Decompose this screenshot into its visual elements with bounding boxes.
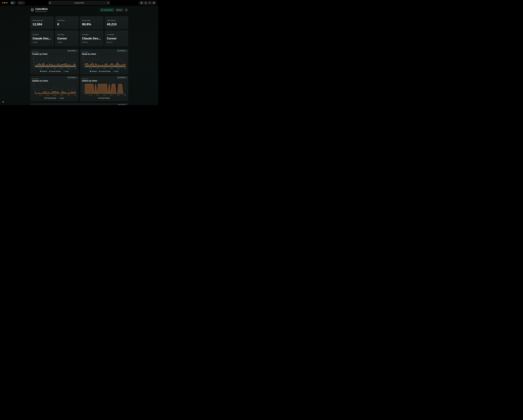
connect-mcp-button[interactable]: Connect MCP bbox=[100, 8, 114, 12]
page-viewport: CyberMem Memory MCP Server Connect MCP bbox=[0, 6, 158, 105]
chart-legend: Claude DesktopCursor bbox=[32, 97, 77, 99]
x-tick-label: 07:52 bbox=[39, 68, 42, 69]
chart-card-reads-by-client: 24 Hours Time Series Reads by Client 035… bbox=[80, 49, 128, 74]
brain-network-logo-icon bbox=[30, 8, 34, 12]
downloads-icon[interactable] bbox=[141, 2, 142, 4]
stat-card-total-clients: Total Clients 8 bbox=[55, 16, 79, 29]
legend-dot-icon bbox=[113, 71, 114, 72]
stat-value: Claude Des... bbox=[33, 37, 52, 40]
toolbar-right-actions bbox=[139, 1, 157, 5]
nav-divider bbox=[21, 2, 21, 4]
legend-dot-icon bbox=[58, 97, 59, 99]
brand: CyberMem Memory MCP Server bbox=[30, 8, 48, 12]
minimize-window-button[interactable] bbox=[4, 2, 5, 3]
legend-item: Claude Desktop bbox=[98, 97, 110, 99]
legend-dot-icon bbox=[63, 71, 64, 72]
stat-card-total-requests: Total Requests 45,210 bbox=[105, 16, 128, 29]
calendar-icon bbox=[118, 50, 119, 51]
legend-item: Cursor bbox=[113, 71, 118, 72]
y-tick-label: 12 bbox=[33, 86, 34, 87]
time-range-dropdown[interactable]: 24 Hours bbox=[116, 49, 128, 52]
stat-label: Total Requests bbox=[107, 20, 126, 21]
share-icon[interactable] bbox=[145, 2, 147, 4]
legend-label: Claude Desktop bbox=[46, 97, 56, 99]
stat-sub: 2 writes bbox=[33, 41, 52, 43]
x-tick-label: 07:52 bbox=[89, 68, 92, 69]
chevron-down-icon bbox=[76, 77, 77, 78]
chevron-down-icon bbox=[126, 77, 127, 78]
calendar-icon bbox=[119, 104, 120, 105]
zoom-window-button[interactable] bbox=[6, 2, 8, 3]
nextjs-logo: N bbox=[2, 101, 4, 103]
x-tick-label: 08:12 bbox=[67, 68, 70, 69]
calendar-icon bbox=[118, 77, 119, 78]
time-range-dropdown[interactable]: 24 Hours bbox=[116, 76, 128, 79]
nextjs-dev-badge[interactable]: N bbox=[1, 100, 5, 104]
x-tick-label: 07:57 bbox=[96, 68, 99, 69]
chart-title: Updates by Client bbox=[32, 80, 77, 82]
url-text[interactable]: localhost:3000 bbox=[51, 2, 107, 4]
legend-label: Windsurf bbox=[42, 71, 47, 72]
chart-card-creates-by-client: 24 Hours Time Series Creates by Client 0… bbox=[30, 49, 78, 74]
legend-label: Claude Desktop bbox=[100, 97, 110, 99]
traffic-lights bbox=[2, 2, 8, 3]
legend-item: Windsurf bbox=[90, 71, 97, 72]
stat-label: Total Clients bbox=[57, 20, 76, 21]
chevron-down-icon bbox=[14, 2, 15, 3]
chart-title: Deletes by Client bbox=[82, 80, 126, 82]
time-range-label: All Time bbox=[121, 104, 125, 105]
y-tick-label: 0 bbox=[83, 67, 84, 68]
y-tick-label: 1 bbox=[83, 84, 84, 85]
chart-title: Reads by Client bbox=[82, 53, 126, 55]
legend-dot-icon bbox=[45, 97, 46, 99]
legend-dot-icon bbox=[99, 71, 100, 72]
legend-label: Claude Desktop bbox=[51, 71, 61, 72]
x-tick-label: 07:57 bbox=[96, 95, 99, 96]
x-tick-label: 08:02 bbox=[53, 68, 56, 69]
legend-label: Windsurf bbox=[92, 71, 97, 72]
stat-label: Success Rate bbox=[82, 20, 101, 21]
y-tick-label: 0.5 bbox=[83, 89, 84, 90]
chart-legend: WindsurfClaude DesktopCursor bbox=[82, 71, 126, 72]
stats-row-2: Top Writer Claude Des... 2 writes Top Re… bbox=[30, 31, 128, 46]
y-tick-label: 20 bbox=[33, 64, 34, 65]
chart-legend: WindsurfClaude DesktopCursor bbox=[32, 71, 77, 72]
x-tick-label: 08:12 bbox=[67, 95, 70, 96]
stat-value: 45,210 bbox=[107, 23, 126, 26]
time-range-dropdown-all-time[interactable]: All Time bbox=[117, 104, 128, 105]
time-range-label: 24 Hours bbox=[70, 77, 75, 78]
chart-card-deletes-by-client: 24 Hours Time Series Deletes by Client 0… bbox=[80, 76, 128, 101]
address-bar[interactable]: localhost:3000 bbox=[48, 1, 110, 5]
forward-button[interactable] bbox=[22, 2, 23, 4]
time-range-dropdown[interactable]: 24 Hours bbox=[67, 76, 78, 79]
stat-sub: 08:18:01 bbox=[82, 41, 101, 43]
page-settings-icon[interactable] bbox=[49, 2, 51, 4]
x-tick-label: 08:17 bbox=[74, 95, 76, 96]
close-window-button[interactable] bbox=[2, 2, 3, 3]
time-range-label: 24 Hours bbox=[120, 77, 125, 78]
back-button[interactable] bbox=[20, 2, 21, 4]
settings-button[interactable] bbox=[125, 8, 128, 12]
reload-icon[interactable] bbox=[107, 2, 109, 4]
x-tick-label: 07:57 bbox=[46, 68, 49, 69]
sidebar-toggle-button[interactable] bbox=[10, 1, 16, 5]
chart-card-updates-by-client: 24 Hours Time Series Updates by Client 0… bbox=[30, 76, 78, 101]
x-tick-label: 08:07 bbox=[60, 68, 63, 69]
docs-button[interactable]: Docs bbox=[115, 8, 123, 12]
stats-row-1: Memory Records 12,584 Total Clients 8 Su… bbox=[30, 16, 128, 29]
x-tick-label: 08:07 bbox=[110, 95, 113, 96]
tab-overview-icon[interactable] bbox=[153, 2, 155, 4]
legend-label: Cursor bbox=[60, 97, 64, 99]
stat-value: 12,584 bbox=[33, 23, 52, 26]
calendar-icon bbox=[68, 50, 69, 51]
time-range-dropdown[interactable]: 24 Hours bbox=[67, 49, 78, 52]
legend-label: Cursor bbox=[65, 71, 69, 72]
y-tick-label: 0.25 bbox=[82, 91, 84, 92]
y-tick-label: 0 bbox=[34, 93, 34, 95]
y-tick-label: 80 bbox=[33, 57, 34, 58]
y-tick-label: 0 bbox=[83, 93, 84, 95]
legend-dot-icon bbox=[49, 71, 50, 72]
legend-label: Claude Desktop bbox=[101, 71, 111, 72]
new-tab-icon[interactable] bbox=[149, 2, 151, 4]
series-area-Claude Desktop bbox=[85, 84, 126, 94]
